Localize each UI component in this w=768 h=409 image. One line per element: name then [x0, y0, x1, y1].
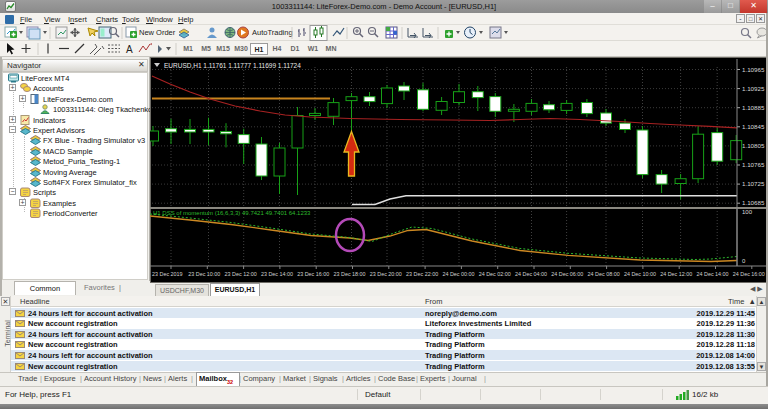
- svg-text:24 Dec 12:00: 24 Dec 12:00: [660, 271, 692, 277]
- svg-text:24 Dec 02:00: 24 Dec 02:00: [479, 271, 511, 277]
- svg-text:1.10845: 1.10845: [742, 123, 765, 130]
- svg-text:24 Dec 04:00: 24 Dec 04:00: [515, 271, 547, 277]
- svg-text:23 Dec 16:00: 23 Dec 16:00: [297, 271, 329, 277]
- svg-text:24 Dec 16:00: 24 Dec 16:00: [733, 271, 765, 277]
- svg-text:23 Dec 20:00: 23 Dec 20:00: [370, 271, 402, 277]
- svg-text:1.10725: 1.10725: [742, 180, 765, 187]
- svg-text:24 Dec 14:00: 24 Dec 14:00: [697, 271, 729, 277]
- svg-text:1.10765: 1.10765: [742, 161, 765, 168]
- svg-text:23 Dec 22:00: 23 Dec 22:00: [406, 271, 438, 277]
- svg-text:1.10885: 1.10885: [742, 104, 765, 111]
- svg-text:EURUSD,H1 1.11761 1.11777 1.1: EURUSD,H1 1.11761 1.11777 1.11699 1.1172…: [164, 62, 301, 69]
- svg-text:24 Dec 10:00: 24 Dec 10:00: [624, 271, 656, 277]
- svg-text:1.10805: 1.10805: [742, 142, 765, 149]
- svg-text:23 Dec 18:00: 23 Dec 18:00: [334, 271, 366, 277]
- svg-text:24 Dec 08:00: 24 Dec 08:00: [588, 271, 620, 277]
- svg-text:24 Dec 06:00: 24 Dec 06:00: [551, 271, 583, 277]
- svg-text:A: A: [126, 44, 133, 55]
- svg-text:23 Dec 14:00: 23 Dec 14:00: [261, 271, 293, 277]
- svg-text:H1 DSS of momentum (16,6,3,3): H1 DSS of momentum (16,6,3,3) 49.7421 49…: [153, 210, 311, 216]
- svg-text:1.10925: 1.10925: [742, 85, 765, 92]
- svg-text:23 Dec 2019: 23 Dec 2019: [152, 271, 183, 277]
- svg-text:1.10685: 1.10685: [742, 199, 765, 206]
- svg-text:23 Dec 12:00: 23 Dec 12:00: [225, 271, 257, 277]
- svg-text:1.10965: 1.10965: [742, 66, 765, 73]
- svg-text:100: 100: [742, 209, 753, 215]
- svg-text:24 Dec 00:00: 24 Dec 00:00: [442, 271, 474, 277]
- svg-text:23 Dec 10:00: 23 Dec 10:00: [188, 271, 220, 277]
